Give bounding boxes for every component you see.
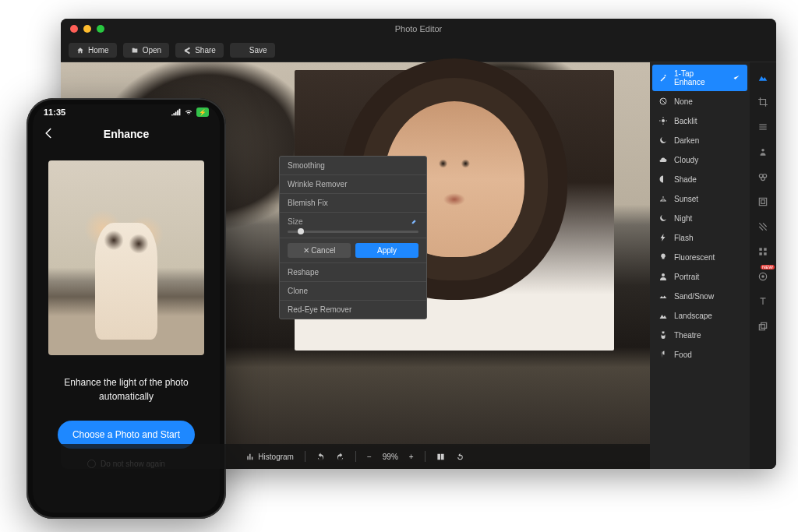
shade-icon [659,174,668,184]
retouch-size-row: Size [280,213,426,238]
zoom-in-button[interactable]: + [409,453,414,461]
canvas-bottombar: Histogram − 99% + [61,444,650,469]
person-icon [757,146,768,157]
effects-icon [757,171,768,182]
enhance-cloudy[interactable]: Cloudy [652,150,747,169]
share-button[interactable]: Share [175,43,224,58]
tool-frame[interactable] [753,192,773,212]
retouch-clone[interactable]: Clone [280,282,426,301]
tool-enhance[interactable] [753,67,773,87]
open-icon [131,47,139,55]
tool-effects[interactable] [753,167,773,187]
zoom-level[interactable]: 99% [383,453,398,461]
enhance-theatre[interactable]: Theatre [652,326,747,344]
bulb-icon [659,252,668,262]
enhance-fluorescent[interactable]: Fluorescent [652,248,747,266]
tool-portrait[interactable] [753,142,773,162]
svg-rect-8 [761,200,765,204]
enhance-sandsnow[interactable]: Sand/Snow [652,287,747,305]
phone-sample-photo [48,160,204,355]
layers-icon [757,321,768,332]
retouch-actions: ✕ Cancel Apply [280,238,426,263]
redo-button[interactable] [336,453,344,461]
main-toolbar: Home Open Share Save [61,39,776,62]
titlebar: Photo Editor [61,19,776,39]
tool-text[interactable] [753,291,773,312]
phone-title: Enhance [104,128,149,140]
svg-point-1 [662,119,665,122]
mountain-icon [757,72,768,83]
enhance-night[interactable]: Night [652,209,747,227]
portrait-icon [659,272,668,281]
enhance-food[interactable]: Food [652,345,747,364]
retouch-apply-button[interactable]: Apply [355,243,418,258]
sunset-icon [659,194,668,203]
theatre-icon [659,330,668,340]
sand-icon [659,291,668,301]
save-label: Save [249,46,267,55]
retouch-blemish[interactable]: Blemish Fix [280,194,426,213]
home-button[interactable]: Home [69,43,117,58]
svg-point-3 [761,149,764,152]
svg-point-6 [761,177,765,181]
enhance-backlit[interactable]: Backlit [652,111,747,130]
retouch-panel: Smoothing Wrinkle Remover Blemish Fix Si… [279,156,427,319]
signal-icon [171,108,181,116]
undo-button[interactable] [316,453,325,461]
status-bar: 11:35 ⚡ [33,104,220,120]
enhance-darken[interactable]: Darken [652,131,747,150]
open-label: Open [143,46,161,55]
crop-icon [757,97,768,107]
undo-icon [316,453,325,461]
frame-icon [757,196,768,207]
reset-button[interactable] [456,453,464,461]
home-label: Home [88,46,109,55]
grid-icon [757,246,768,257]
enhance-preset-list: 1-Tap Enhance None Backlit Darken Cloudy [650,62,750,469]
enhance-landscape[interactable]: Landscape [652,306,747,325]
tool-batch[interactable] [753,316,773,336]
battery-icon: ⚡ [196,107,209,117]
retouch-smoothing[interactable]: Smoothing [280,157,426,175]
tool-crop[interactable] [753,92,773,112]
redo-icon [336,453,344,461]
retouch-size-slider[interactable] [288,231,418,233]
svg-rect-9 [759,248,762,251]
enhance-1tap[interactable]: 1-Tap Enhance [652,65,747,91]
check-icon [732,73,741,83]
compare-icon [436,453,445,461]
svg-rect-15 [759,325,764,330]
histogram-icon [246,453,255,461]
retouch-redeye[interactable]: Red-Eye Remover [280,301,426,319]
tool-elements[interactable] [753,241,773,262]
enhance-none[interactable]: None [652,92,747,111]
enhance-flash[interactable]: Flash [652,228,747,247]
window-title: Photo Editor [61,24,776,33]
landscape-icon [659,311,668,320]
retouch-cancel-button[interactable]: ✕ Cancel [288,243,351,258]
flash-icon [659,233,668,242]
tool-adjust[interactable] [753,117,773,137]
back-arrow-icon [42,126,56,140]
histogram-toggle[interactable]: Histogram [246,453,294,461]
svg-rect-11 [759,252,762,255]
enhance-portrait[interactable]: Portrait [652,267,747,286]
compare-button[interactable] [436,453,445,461]
cloud-icon [659,155,668,164]
svg-rect-7 [759,198,766,205]
night-icon [659,213,668,223]
retouch-wrinkle[interactable]: Wrinkle Remover [280,175,426,194]
save-icon [238,47,245,55]
retouch-reshape[interactable]: Reshape [280,263,426,282]
food-icon [659,350,668,359]
back-button[interactable] [42,126,56,143]
enhance-sunset[interactable]: Sunset [652,189,747,208]
open-button[interactable]: Open [123,43,169,58]
zoom-out-button[interactable]: − [367,453,372,461]
tool-texture[interactable] [753,217,773,237]
svg-rect-12 [764,252,767,255]
eyedropper-icon[interactable] [411,217,418,225]
tool-ai[interactable]: NEW [753,266,773,287]
enhance-shade[interactable]: Shade [652,170,747,188]
save-button[interactable]: Save [230,43,275,58]
